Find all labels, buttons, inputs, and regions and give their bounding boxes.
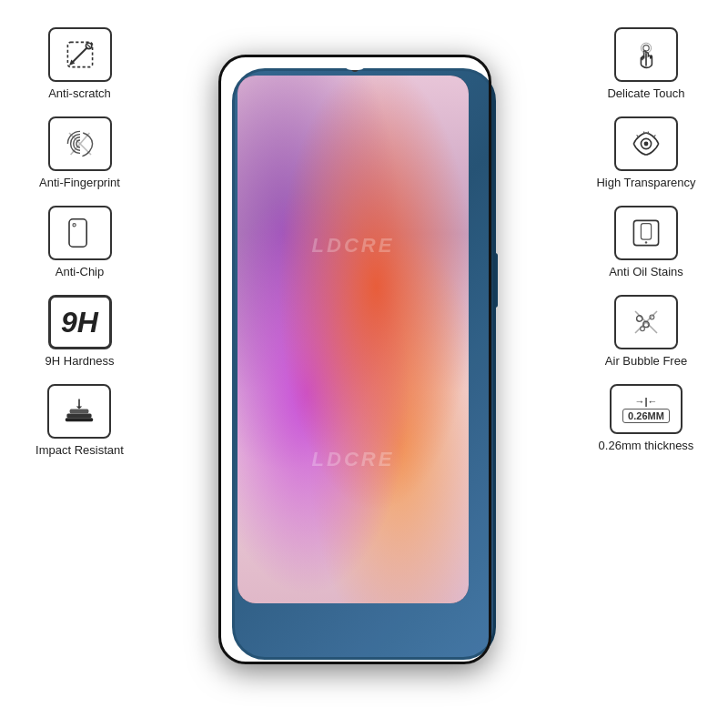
impact-icon-box	[47, 384, 111, 439]
product-infographic: Anti-scratch Anti-Fingerprint	[0, 0, 728, 728]
anti-chip-label: Anti-Chip	[56, 265, 104, 278]
high-transparency-label: High Transparency	[596, 176, 695, 189]
9h-text: 9H	[61, 306, 98, 339]
svg-point-17	[644, 142, 649, 147]
oil-icon	[628, 215, 664, 251]
left-features-column: Anti-scratch Anti-Fingerprint	[9, 27, 150, 457]
phone-screen: LDCRE LDCRE	[238, 76, 469, 603]
svg-rect-11	[66, 418, 93, 421]
bubble-icon-box	[614, 295, 678, 349]
svg-rect-7	[69, 219, 86, 247]
anti-scratch-label: Anti-scratch	[48, 86, 111, 100]
feature-air-bubble-free: Air Bubble Free	[605, 295, 687, 368]
feature-thickness: →|← 0.26MM 0.26mm thickness	[599, 384, 694, 452]
feature-high-transparency: High Transparency	[596, 116, 695, 189]
thickness-icon-box: →|← 0.26MM	[610, 384, 682, 434]
svg-point-14	[643, 46, 649, 51]
anti-oil-label: Anti Oil Stains	[609, 265, 683, 278]
fingerprint-icon	[62, 126, 98, 162]
anti-oil-icon-box	[614, 206, 678, 260]
watermark-bottom: LDCRE	[312, 448, 395, 471]
svg-rect-9	[67, 413, 92, 418]
delicate-touch-icon-box	[614, 27, 678, 82]
anti-fingerprint-label: Anti-Fingerprint	[39, 176, 120, 189]
thickness-label: 0.26mm thickness	[599, 439, 694, 452]
scratch-icon	[62, 36, 98, 73]
svg-point-8	[73, 224, 76, 227]
phone-display: LDCRE LDCRE	[218, 55, 510, 673]
feature-anti-oil: Anti Oil Stains	[609, 206, 683, 278]
9h-hardness-label: 9H Hardness	[46, 354, 115, 368]
delicate-touch-label: Delicate Touch	[607, 86, 684, 100]
feature-impact-resistant: Impact Resistant	[35, 384, 124, 457]
anti-scratch-icon-box	[48, 27, 112, 82]
chip-icon	[62, 215, 98, 251]
bubble-icon	[628, 304, 664, 340]
svg-point-24	[645, 241, 647, 243]
impact-icon	[61, 393, 97, 430]
svg-point-30	[641, 327, 645, 331]
svg-line-4	[87, 45, 90, 47]
right-features-column: Delicate Touch High Transparency	[573, 27, 719, 452]
watermark-top: LDCRE	[312, 234, 395, 258]
transparency-icon	[628, 126, 664, 162]
phone-power-button	[493, 253, 498, 308]
transparency-icon-box	[614, 116, 678, 171]
svg-rect-23	[641, 224, 651, 240]
air-bubble-free-label: Air Bubble Free	[605, 354, 687, 368]
notch-cutout	[341, 57, 369, 70]
feature-anti-chip: Anti-Chip	[48, 206, 112, 278]
svg-line-21	[637, 135, 639, 136]
svg-line-20	[653, 135, 655, 136]
feature-9h-hardness: 9H 9H Hardness	[46, 295, 115, 368]
svg-marker-13	[76, 406, 82, 409]
anti-fingerprint-icon-box	[48, 116, 112, 171]
feature-anti-fingerprint: Anti-Fingerprint	[39, 116, 120, 189]
thickness-arrows: →|←	[634, 396, 657, 407]
impact-resistant-label: Impact Resistant	[35, 443, 124, 457]
touch-icon	[628, 36, 664, 73]
feature-delicate-touch: Delicate Touch	[607, 27, 684, 100]
feature-anti-scratch: Anti-scratch	[48, 27, 112, 100]
screen-artwork: LDCRE LDCRE	[238, 76, 469, 603]
svg-line-1	[73, 47, 87, 62]
9h-icon-box: 9H	[48, 295, 112, 349]
thickness-measurement: 0.26MM	[622, 409, 670, 423]
anti-chip-icon-box	[48, 206, 112, 260]
glass-protector: LDCRE LDCRE	[218, 55, 491, 664]
svg-rect-10	[70, 410, 89, 414]
